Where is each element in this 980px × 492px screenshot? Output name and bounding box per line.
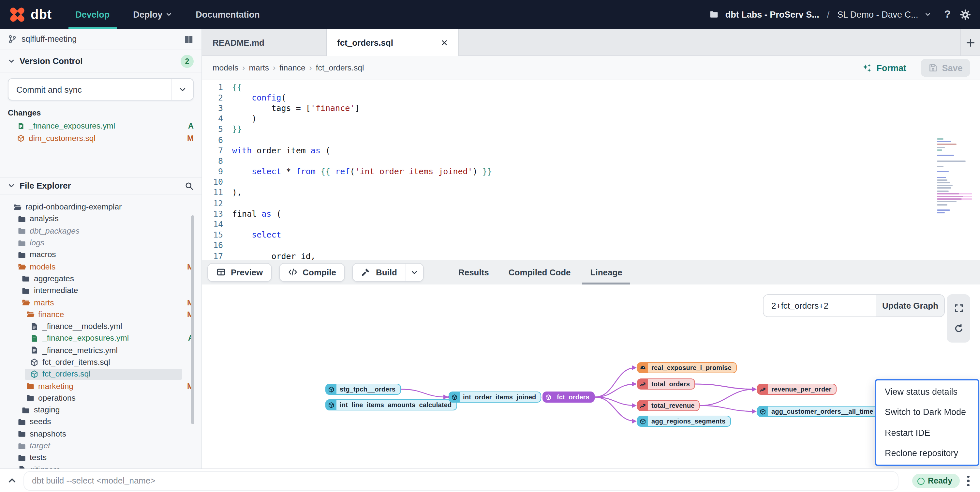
tab-lineage[interactable]: Lineage (590, 260, 622, 284)
lineage-node-fct_orders[interactable]: fct_orders (542, 391, 595, 403)
breadcrumb-finance[interactable]: finance (279, 63, 305, 72)
environment-name[interactable]: SL Demo - Dave C... (837, 10, 918, 19)
tree-item-intermediate[interactable]: intermediate (0, 284, 202, 297)
minimap-line (937, 182, 972, 184)
lineage-node-agg_customer_orders__all_time[interactable]: agg_customer_orders__all_time (757, 406, 878, 417)
tree-item-seeds[interactable]: seeds (0, 416, 202, 428)
gear-icon[interactable] (960, 9, 971, 20)
sidebar-scrollbar[interactable] (191, 215, 194, 424)
editor-minimap[interactable] (937, 138, 972, 215)
breadcrumb-models[interactable]: models (213, 63, 238, 72)
menu-item-view-status-details[interactable]: View status details (876, 382, 978, 402)
lineage-node-stg_tpch__orders[interactable]: stg_tpch__orders (325, 384, 401, 395)
version-control-header[interactable]: Version Control 2 (0, 50, 202, 72)
status-label: Ready (928, 476, 952, 486)
nav-item-documentation[interactable]: Documentation (196, 0, 260, 29)
tree-item-marts[interactable]: martsM (0, 297, 202, 308)
changes-count-badge: 2 (181, 54, 194, 67)
breadcrumb-marts[interactable]: marts (249, 63, 269, 72)
file-explorer-header[interactable]: File Explorer (0, 177, 202, 195)
kebab-menu-icon[interactable] (960, 469, 977, 492)
menu-item-reclone-repository[interactable]: Reclone repository (876, 443, 978, 463)
line-number: 10 (202, 177, 223, 187)
commit-options-chevron[interactable] (171, 79, 193, 100)
docs-book-icon[interactable] (184, 34, 194, 44)
project-name[interactable]: dbt Labs - ProServ S... (725, 10, 819, 19)
tab-results[interactable]: Results (458, 260, 489, 284)
tree-item-models[interactable]: modelsM (0, 261, 202, 273)
breadcrumb-file[interactable]: fct_orders.sql (316, 63, 364, 72)
tab-readme[interactable]: README.md (202, 29, 327, 56)
lineage-node-total_revenue[interactable]: total_revenue (637, 400, 700, 411)
change-status-badge: M (187, 133, 194, 142)
tree-item-staging[interactable]: staging (0, 404, 202, 416)
minimap-line (937, 190, 972, 192)
chevron-down-icon[interactable] (924, 11, 931, 18)
menu-item-restart-ide[interactable]: Restart IDE (876, 423, 978, 443)
tree-item--finance-models-yml[interactable]: _finance__models.yml (0, 320, 202, 332)
menu-item-switch-to-dark-mode[interactable]: Switch to Dark Mode (876, 402, 978, 423)
tree-item-fct-orders-sql[interactable]: fct_orders.sql (0, 368, 202, 380)
close-icon[interactable] (441, 39, 448, 46)
dbt-command-input[interactable] (24, 471, 899, 490)
tree-item--finance-exposures-yml[interactable]: _finance_exposures.ymlA (0, 332, 202, 345)
tree-item-operations[interactable]: operations (0, 392, 202, 404)
tab-fct-orders[interactable]: fct_orders.sql (327, 29, 459, 56)
tree-item-snapshots[interactable]: snapshots (0, 428, 202, 440)
search-icon[interactable] (185, 181, 194, 190)
nav-item-label: Documentation (196, 10, 260, 19)
change-item[interactable]: dim_customers.sqlM (0, 132, 202, 144)
folder-icon (17, 215, 26, 223)
compile-button[interactable]: Compile (279, 263, 345, 281)
lineage-node-agg_regions_segments[interactable]: agg_regions_segments (637, 416, 730, 427)
tree-item-finance[interactable]: financeM (0, 308, 202, 320)
tree-item-aggregates[interactable]: aggregates (0, 273, 202, 285)
code-text: ) (223, 113, 256, 123)
chevron-up-icon[interactable] (0, 476, 24, 486)
commit-and-sync-button[interactable]: Commit and sync (8, 78, 194, 101)
save-button[interactable]: Save (921, 59, 970, 77)
node-label: fct_orders (554, 393, 594, 401)
tree-item--finance-metrics-yml[interactable]: _finance_metrics.yml (0, 344, 202, 356)
new-tab-button[interactable] (961, 29, 980, 56)
lineage-node-revenue_per_order[interactable]: revenue_per_order (757, 384, 837, 395)
code-line: 11), (202, 187, 980, 198)
build-button[interactable]: Build (352, 263, 424, 281)
tree-item-fct-order-items-sql[interactable]: fct_order_items.sql (0, 356, 202, 368)
build-options-chevron[interactable] (406, 263, 423, 281)
preview-button[interactable]: Preview (207, 263, 272, 281)
tree-item-logs[interactable]: logs (0, 237, 202, 249)
dbt-logo-icon (9, 6, 25, 22)
tree-item-macros[interactable]: macros (0, 249, 202, 261)
node-label: agg_regions_segments (648, 418, 730, 425)
code-editor[interactable]: 1{{2 config(3 tags = ['finance']4 )5}}67… (202, 80, 980, 260)
tree-item-target[interactable]: target (0, 440, 202, 452)
tree-item-dbt-packages[interactable]: dbt_packages (0, 225, 202, 237)
compile-label: Compile (302, 267, 336, 277)
folder-icon (17, 454, 26, 462)
format-button[interactable]: Format (862, 63, 906, 73)
cube-icon (543, 392, 554, 402)
status-badge[interactable]: Ready (912, 474, 959, 488)
lineage-node-real_exposure_i_promise[interactable]: real_exposure_i_promise (637, 362, 737, 373)
nav-item-deploy[interactable]: Deploy (133, 0, 172, 29)
tree-item-rapid-onboarding-exemplar[interactable]: rapid-onboarding-exemplar (0, 201, 202, 213)
tab-compiled-code[interactable]: Compiled Code (509, 260, 571, 284)
lineage-node-total_orders[interactable]: total_orders (637, 379, 695, 390)
lineage-node-int_order_items_joined[interactable]: int_order_items_joined (449, 391, 541, 403)
tree-item-analysis[interactable]: analysis (0, 213, 202, 225)
code-icon (288, 268, 298, 277)
change-status-badge: A (188, 121, 194, 130)
tree-item-tests[interactable]: tests (0, 452, 202, 463)
change-item[interactable]: _finance_exposures.ymlA (0, 120, 202, 132)
code-text: config( (223, 93, 286, 102)
help-icon[interactable]: ? (944, 8, 951, 20)
code-line: 4 ) (202, 113, 980, 124)
cube-icon (758, 407, 768, 416)
dbt-logo[interactable]: dbt (9, 6, 52, 22)
git-branch-selector[interactable]: sqlfluff-meeting (0, 29, 202, 50)
nav-item-develop[interactable]: Develop (75, 0, 110, 29)
tree-item-marketing[interactable]: marketingM (0, 380, 202, 392)
lineage-node-int_line_items_amounts_calculated[interactable]: int_line_items_amounts_calculated (325, 399, 457, 411)
code-line: 16 (202, 240, 980, 251)
